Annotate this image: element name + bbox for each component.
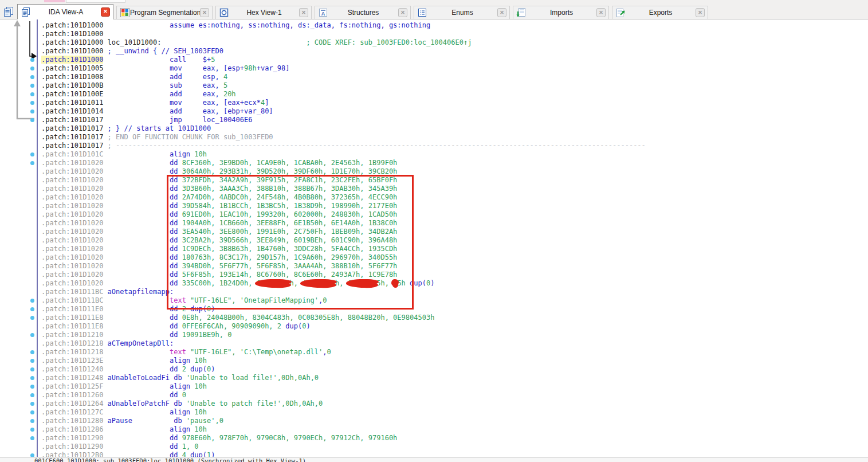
listing-line[interactable]: .patch:101D100E add eax, 20h: [0, 90, 868, 99]
close-icon[interactable]: ✕: [200, 8, 209, 17]
close-icon[interactable]: ✕: [101, 7, 110, 17]
marker-dot-icon: [30, 299, 34, 303]
listing-line[interactable]: .patch:101D1020 dd 1904A0h, 1CB660h, 3EE…: [0, 219, 868, 228]
listing-line[interactable]: .patch:101D125F align 10h: [0, 382, 868, 391]
listing-line[interactable]: .patch:101D1264 aUnableToPatchF db 'Unab…: [0, 400, 868, 408]
tabs-container: IDA View-A✕Program Segmentation✕Hex View…: [17, 4, 711, 19]
listing-line[interactable]: .patch:101D1020 dd 2A74D0h, 4ABDC0h, 24F…: [0, 193, 868, 202]
tab-ida-view-a[interactable]: IDA View-A✕: [17, 4, 113, 19]
listing-line[interactable]: .patch:101D1000 assume es:nothing, ss:no…: [0, 21, 868, 30]
marker-dot-icon: [30, 428, 34, 432]
listing-line[interactable]: .patch:101D1011 mov eax, [eax+ecx*4]: [0, 99, 868, 107]
tab-label: Hex View-1: [229, 9, 299, 17]
listing-line[interactable]: .patch:101D1005 mov eax, [esp+98h+var_98…: [0, 64, 868, 73]
tab-hex-view-1[interactable]: Hex View-1✕: [215, 6, 312, 19]
listing-line[interactable]: .patch:101D1000 call $+5: [0, 56, 868, 64]
ida-view-icon: [21, 7, 31, 17]
tab-enums[interactable]: Enums✕: [414, 6, 510, 19]
tab-program-segmentation[interactable]: Program Segmentation✕: [116, 6, 213, 19]
imports-icon: [516, 7, 527, 18]
listing-line[interactable]: .patch:101D101C align 10h: [0, 150, 868, 159]
close-icon[interactable]: ✕: [299, 8, 308, 17]
listing-line[interactable]: .patch:101D11E8 dd 0E8h, 24048B00h, 8304…: [0, 314, 868, 322]
listing-line[interactable]: .patch:101D11E0 dd 2 dup(0): [0, 305, 868, 314]
svg-text:A: A: [321, 11, 325, 17]
marker-dot-icon: [30, 436, 34, 440]
marker-dot-icon: [30, 419, 34, 423]
listing-line[interactable]: .patch:101D1210 dd 19091BE9h, 0: [0, 331, 868, 339]
close-icon[interactable]: ✕: [596, 8, 606, 17]
listing-line[interactable]: .patch:101D1000: [0, 30, 868, 38]
listing-line[interactable]: .patch:101D123E align 10h: [0, 357, 868, 365]
listing-line[interactable]: .patch:101D1020 dd 3C2BA2h, 39D566h, 3EE…: [0, 236, 868, 245]
listing-line[interactable]: .patch:101D1000 loc_101D1000: ; CODE XRE…: [0, 38, 868, 47]
listing-line[interactable]: .patch:101D1020 dd 372BFDh, 34A2A9h, 39F…: [0, 176, 868, 185]
marker-dot-icon: [30, 402, 34, 406]
listing-line[interactable]: .patch:101D1020 dd 394BD0h, 5F6F77h, 5F6…: [0, 262, 868, 271]
marker-dot-icon: [30, 376, 34, 380]
listing-line[interactable]: .patch:101D1020 dd 39D584h, 1B1BCCh, 1B3…: [0, 202, 868, 210]
marker-dot-icon: [30, 385, 34, 389]
listing-line[interactable]: .patch:101D1017 ; ----------------------…: [0, 142, 868, 150]
hex-view-icon: [219, 7, 229, 18]
tab-exports[interactable]: Exports✕: [612, 6, 708, 19]
marker-dot-icon: [30, 359, 34, 363]
listing-line[interactable]: .patch:101D1020 dd 3EA540h, 3EE800h, 199…: [0, 228, 868, 236]
marker-dot-icon: [30, 307, 34, 311]
marker-dot-icon: [30, 350, 34, 354]
exports-icon: [615, 7, 626, 18]
listing-line[interactable]: .patch:101D1020 dd 1C9DECh, 3B8B63h, 1B4…: [0, 245, 868, 253]
listing-line[interactable]: .patch:101D1017 jmp loc_100406E6: [0, 116, 868, 124]
listing-line[interactable]: .patch:101D1260 dd 0: [0, 391, 868, 400]
close-icon[interactable]: ✕: [497, 8, 506, 17]
marker-dot-icon: [30, 84, 34, 88]
listing-line[interactable]: .patch:101D1248 aUnableToLoadFi db 'Unab…: [0, 374, 868, 382]
tab-imports[interactable]: Imports✕: [513, 6, 609, 19]
listing-line[interactable]: .patch:101D1020 dd 3D3B60h, 3AAA3Ch, 388…: [0, 185, 868, 193]
listing-line[interactable]: .patch:101D1286 align 10h: [0, 425, 868, 434]
listing-line[interactable]: .patch:101D11E8 dd 0FFE6F6CAh, 90909090h…: [0, 322, 868, 331]
listing-line[interactable]: .patch:101D11BC aOnetapfilemapp:: [0, 288, 868, 296]
window-icon: [0, 4, 17, 19]
listing-line[interactable]: .patch:101D1290 dd 1, 0: [0, 443, 868, 451]
listing-line[interactable]: .patch:101D100B sub eax, 5: [0, 81, 868, 90]
marker-dot-icon: [30, 410, 34, 414]
listing-line[interactable]: .patch:101D1017 ; END OF FUNCTION CHUNK …: [0, 133, 868, 142]
marker-dot-icon: [30, 109, 34, 113]
tab-structures[interactable]: AStructures✕: [315, 6, 411, 19]
disassembly-view[interactable]: .patch:101D1000 assume es:nothing, ss:no…: [0, 19, 868, 460]
listing-line[interactable]: .patch:101D1014 add eax, [ebp+var_80]: [0, 107, 868, 116]
segments-icon: [120, 7, 130, 18]
listing-line[interactable]: .patch:101D1008 add esp, 4: [0, 73, 868, 81]
marker-dot-icon: [30, 66, 34, 71]
listing-line[interactable]: .patch:101D1017 ; } // starts at 101D100…: [0, 124, 868, 133]
listing-line[interactable]: .patch:101D1218 aCTempOnetapDll:: [0, 339, 868, 348]
listing-line[interactable]: .patch:101D1020 dd 180763h, 8C3C17h, 29D…: [0, 253, 868, 262]
close-icon[interactable]: ✕: [398, 8, 407, 17]
tab-label: IDA View-A: [31, 8, 101, 16]
listing-lines: .patch:101D1000 assume es:nothing, ss:no…: [0, 21, 868, 460]
tab-label: Program Segmentation: [130, 9, 200, 17]
marker-dot-icon: [30, 118, 34, 122]
listing-line[interactable]: .patch:101D1020 dd 691ED0h, 1EAC10h, 199…: [0, 210, 868, 219]
marker-dot-icon: [30, 58, 34, 62]
listing-line[interactable]: .patch:101D11BC text "UTF-16LE", 'Onetap…: [0, 296, 868, 305]
tab-bar: IDA View-A✕Program Segmentation✕Hex View…: [0, 3, 868, 19]
listing-line[interactable]: .patch:101D127C align 10h: [0, 408, 868, 417]
listing-line[interactable]: .patch:101D1240 dd 2 dup(0): [0, 365, 868, 374]
structures-icon: A: [318, 7, 328, 18]
marker-dot-icon: [30, 161, 34, 165]
tab-label: Structures: [328, 9, 398, 17]
close-icon[interactable]: ✕: [696, 8, 705, 17]
listing-line[interactable]: .patch:101D1020 dd 335C00h, 1B24D0h, 666…: [0, 279, 868, 288]
top-strip: [0, 0, 868, 3]
listing-line[interactable]: .patch:101D1020 dd 5F6F85h, 193E14h, 8C6…: [0, 271, 868, 279]
listing-line[interactable]: .patch:101D1020 dd 3064A0h, 293B31h, 39D…: [0, 167, 868, 176]
listing-line[interactable]: .patch:101D1218 text "UTF-16LE", 'C:\Tem…: [0, 348, 868, 357]
listing-line[interactable]: .patch:101D1290 dd 978E60h, 978F70h, 979…: [0, 434, 868, 443]
listing-line[interactable]: .patch:101D1280 aPause db 'pause',0: [0, 417, 868, 425]
listing-line[interactable]: .patch:101D1020 dd 8CF360h, 3E9BD0h, 1CA…: [0, 159, 868, 167]
toolbar-fragment: [44, 0, 65, 2]
tab-label: Exports: [626, 9, 696, 17]
listing-line[interactable]: .patch:101D1000 ; __unwind { // SEH_1003…: [0, 47, 868, 56]
